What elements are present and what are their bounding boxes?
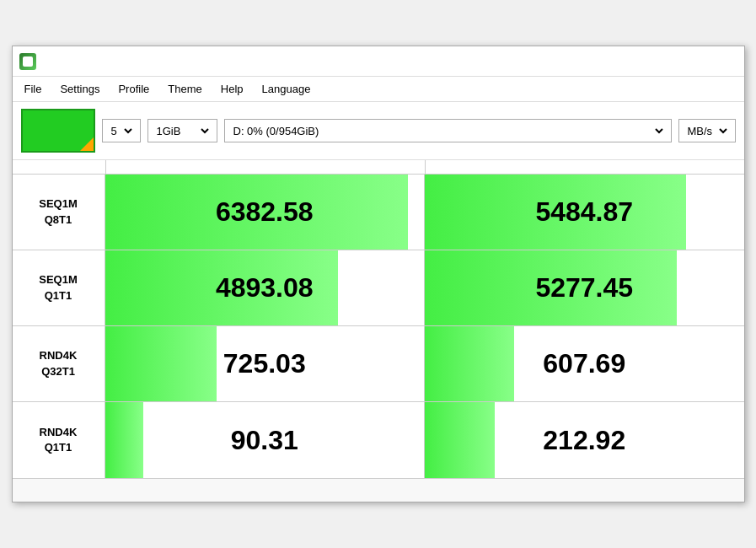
row-label-line1-0: SEQ1M [39,196,78,212]
title-bar-left [19,53,43,70]
row-label-3: RND4K Q1T1 [13,402,105,478]
write-value-2: 607.69 [543,348,625,379]
unit-select[interactable]: MB/s GB/s [678,119,736,142]
row-label-line2-3: Q1T1 [45,440,72,455]
data-rows: SEQ1M Q8T1 6382.58 5484.87 SEQ1M Q1T1 48… [13,175,744,478]
row-label-2: RND4K Q32T1 [13,326,105,401]
menu-item-help[interactable]: Help [212,79,252,99]
table-row: RND4K Q32T1 725.03 607.69 [13,326,744,402]
drive-select[interactable]: D: 0% (0/954GiB) [224,119,672,142]
table-row: RND4K Q1T1 90.31 212.92 [13,402,744,478]
menu-item-theme[interactable]: Theme [159,79,210,99]
row-label-line1-2: RND4K [40,348,78,363]
read-cell-2: 725.03 [105,326,426,401]
read-cell-3: 90.31 [105,402,426,478]
count-select[interactable]: 5 1 3 [102,119,141,142]
count-dropdown[interactable]: 5 1 3 [108,124,135,138]
content-area: SEQ1M Q8T1 6382.58 5484.87 SEQ1M Q1T1 48… [13,160,744,478]
unit-dropdown[interactable]: MB/s GB/s [684,124,730,138]
read-bar-2 [105,326,217,401]
read-value-0: 6382.58 [216,196,314,228]
window-controls [655,52,737,71]
row-label-line1-3: RND4K [40,425,78,440]
read-header [105,160,426,174]
read-value-2: 725.03 [223,348,306,379]
write-cell-1: 5277.45 [425,250,744,325]
all-button[interactable] [21,109,95,153]
table-row: SEQ1M Q1T1 4893.08 5277.45 [13,250,744,326]
write-header [426,160,744,174]
menu-item-file[interactable]: File [16,79,51,99]
menu-item-settings[interactable]: Settings [51,79,108,99]
main-window: FileSettingsProfileThemeHelpLanguage 5 1… [12,46,745,502]
write-bar-2 [425,326,514,401]
write-value-1: 5277.45 [535,272,633,304]
menu-bar: FileSettingsProfileThemeHelpLanguage [13,77,744,102]
size-select[interactable]: 1GiB 512MiB 2GiB [147,119,217,142]
minimize-button[interactable] [655,52,680,71]
read-cell-0: 6382.58 [105,175,426,250]
drive-dropdown[interactable]: D: 0% (0/954GiB) [230,124,666,138]
read-cell-1: 4893.08 [105,250,426,325]
write-value-0: 5484.87 [535,196,633,228]
row-label-1: SEQ1M Q1T1 [13,250,105,325]
table-row: SEQ1M Q8T1 6382.58 5484.87 [13,175,744,250]
read-value-1: 4893.08 [216,272,314,304]
app-icon [19,53,36,70]
close-button[interactable] [712,52,737,71]
column-headers [13,160,744,175]
maximize-button[interactable] [684,52,709,71]
toolbar: 5 1 3 1GiB 512MiB 2GiB D: 0% (0/954GiB) … [13,102,744,160]
title-bar [13,46,744,77]
write-value-3: 212.92 [543,425,625,456]
row-label-line2-2: Q32T1 [41,364,75,379]
app-icon-inner [23,56,33,67]
status-bar [13,478,744,502]
menu-item-language[interactable]: Language [254,79,319,99]
size-dropdown[interactable]: 1GiB 512MiB 2GiB [153,124,212,138]
row-label-header [13,160,105,174]
menu-item-profile[interactable]: Profile [110,79,158,99]
write-cell-0: 5484.87 [425,175,744,250]
row-label-line1-1: SEQ1M [39,272,78,287]
row-label-line2-0: Q8T1 [45,212,72,228]
read-bar-3 [105,402,143,478]
write-cell-2: 607.69 [425,326,744,401]
row-label-0: SEQ1M Q8T1 [13,175,105,250]
write-bar-3 [425,402,495,478]
write-cell-3: 212.92 [425,402,744,478]
row-label-line2-1: Q1T1 [45,288,72,304]
read-value-3: 90.31 [231,425,298,456]
